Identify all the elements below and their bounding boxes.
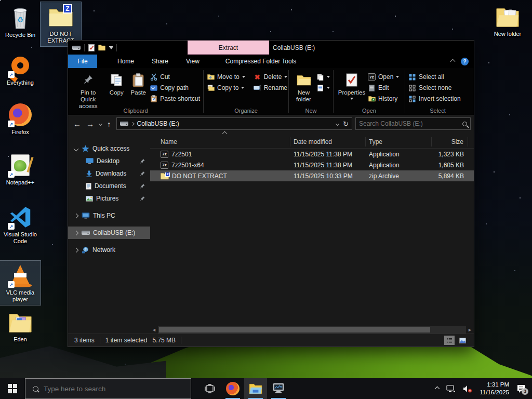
new-folder-qat-icon[interactable]: [98, 44, 105, 51]
clock[interactable]: 1:31 PM 11/16/2025: [480, 381, 509, 396]
column-header-size[interactable]: Size: [432, 137, 468, 147]
desktop-icon-recycle-bin[interactable]: ♻ Recycle Bin: [0, 3, 41, 41]
column-header-type[interactable]: Type: [366, 137, 432, 147]
back-button[interactable]: ←: [73, 119, 81, 128]
nav-item-documents[interactable]: Documents: [68, 180, 150, 192]
help-icon[interactable]: ?: [461, 58, 469, 65]
desktop-icon-vlc[interactable]: ↗ VLC media player: [0, 261, 41, 305]
collapse-ribbon-chevron-icon[interactable]: [450, 59, 456, 64]
expand-chevron-icon[interactable]: [73, 213, 78, 218]
tab-home[interactable]: Home: [109, 55, 143, 68]
pin-to-quick-access-button[interactable]: Pin to Quick access: [71, 71, 105, 111]
column-header-date-modified[interactable]: Date modified: [290, 137, 366, 147]
easy-access-button[interactable]: [316, 83, 330, 92]
explorer-search-input[interactable]: [359, 120, 462, 127]
column-header-name[interactable]: Name: [150, 137, 290, 147]
select-none-button[interactable]: Select none: [408, 83, 461, 92]
system-tray: 1:31 PM 11/16/2025 3: [435, 378, 532, 399]
select-all-button[interactable]: Select all: [408, 72, 461, 82]
move-to-button[interactable]: Move to: [207, 72, 245, 82]
copy-button[interactable]: Copy: [106, 71, 127, 97]
ribbon-group-clipboard: Pin to Quick access Copy Paste Cut Copy …: [68, 68, 203, 115]
downloads-nav-icon: [86, 170, 92, 177]
ribbon-group-organize: Move to Copy to ✖ Delete Rename Organize: [204, 68, 288, 115]
separator: [84, 44, 85, 51]
action-center-icon[interactable]: 3: [516, 384, 526, 393]
group-label-open: Open: [334, 108, 405, 114]
nav-item-desktop[interactable]: Desktop: [68, 155, 150, 167]
details-view-button[interactable]: [444, 336, 455, 345]
taskbar-task-manager-button[interactable]: [267, 378, 290, 399]
nav-item-pictures[interactable]: Pictures: [68, 192, 150, 205]
search-icon: [33, 386, 38, 392]
properties-button[interactable]: Properties: [337, 71, 367, 101]
tab-file[interactable]: File: [68, 55, 97, 68]
address-breadcrumb-bar[interactable]: CollabUSB (E:) ↻: [116, 117, 353, 130]
desktop-icon-everything[interactable]: ↗ Everything: [0, 51, 41, 88]
desktop-icon-vscode[interactable]: ↗ Visual Studio Code: [0, 203, 41, 247]
history-button[interactable]: History: [368, 94, 399, 103]
desktop-icon-new-folder[interactable]: New folder: [487, 2, 528, 39]
delete-button[interactable]: ✖ Delete: [254, 72, 288, 82]
horizontal-scrollbar[interactable]: ◄ ►: [150, 326, 474, 334]
expand-chevron-icon[interactable]: [73, 230, 78, 235]
recent-locations-chevron[interactable]: [99, 122, 102, 125]
address-dropdown-chevron[interactable]: [336, 122, 339, 125]
refresh-icon[interactable]: ↻: [343, 120, 349, 128]
everything-icon: ↗: [8, 53, 33, 78]
expand-chevron-icon[interactable]: [73, 247, 78, 252]
tab-share[interactable]: Share: [143, 55, 177, 68]
svg-text:♻: ♻: [17, 16, 24, 24]
customize-qat-chevron[interactable]: [109, 46, 113, 49]
taskbar-search-input[interactable]: [44, 385, 183, 393]
large-icons-view-button[interactable]: [457, 336, 468, 345]
network-tray-icon[interactable]: [446, 385, 456, 393]
properties-qat-icon[interactable]: [88, 44, 95, 51]
paste-button[interactable]: Paste: [128, 71, 149, 97]
desktop-icon-notepadpp[interactable]: ↗ Notepad++: [0, 151, 41, 188]
tab-compressed-folder-tools[interactable]: Compressed Folder Tools: [217, 55, 305, 68]
new-folder-button[interactable]: New folder: [292, 71, 315, 104]
history-icon: [368, 95, 376, 103]
tab-view[interactable]: View: [177, 55, 208, 68]
select-buttons: Select all Select none Invert selection: [408, 71, 461, 103]
documents-nav-icon: [86, 183, 91, 190]
nav-item-network[interactable]: Network: [68, 244, 150, 256]
scrollbar-thumb[interactable]: [159, 327, 430, 332]
taskbar-search-box[interactable]: [25, 378, 191, 399]
copy-to-button[interactable]: Copy to: [207, 83, 245, 92]
new-small-buttons: [316, 71, 330, 92]
up-button[interactable]: ↑: [107, 119, 111, 128]
scroll-left-arrow[interactable]: ◄: [150, 326, 158, 334]
taskbar-firefox-button[interactable]: [221, 378, 244, 399]
file-row-do-not-extract[interactable]: Z DO NOT EXTRACT 11/15/2025 10:33 PM zip…: [150, 170, 474, 181]
nav-item-collabusb[interactable]: CollabUSB (E:): [68, 227, 150, 239]
clock-date: 11/16/2025: [480, 389, 509, 396]
desktop-icon-eden[interactable]: Eden: [0, 308, 41, 345]
cut-button[interactable]: Cut: [150, 72, 200, 82]
volume-muted-icon[interactable]: [463, 385, 472, 393]
file-row-7z2501-x64[interactable]: 7z7z2501-x64 11/15/2025 11:38 PM Applica…: [150, 159, 474, 170]
start-button[interactable]: [0, 378, 25, 399]
edit-button[interactable]: Edit: [368, 83, 399, 92]
expand-chevron-icon[interactable]: [73, 146, 78, 151]
new-item-button[interactable]: [316, 72, 330, 82]
task-view-button[interactable]: [198, 378, 221, 399]
forward-button[interactable]: →: [86, 119, 94, 128]
explorer-search-box[interactable]: [355, 117, 471, 130]
scroll-right-arrow[interactable]: ►: [466, 326, 474, 334]
copy-path-button[interactable]: Copy path: [150, 83, 200, 92]
breadcrumb[interactable]: CollabUSB (E:): [137, 120, 179, 127]
invert-selection-button[interactable]: Invert selection: [408, 94, 461, 103]
hidden-icons-chevron[interactable]: [435, 386, 440, 391]
nav-item-quick-access[interactable]: Quick access: [68, 142, 150, 155]
paste-shortcut-button[interactable]: Paste shortcut: [150, 94, 200, 103]
context-tab-extract[interactable]: Extract: [188, 41, 269, 55]
taskbar-explorer-button[interactable]: [244, 378, 267, 399]
rename-button[interactable]: Rename: [254, 83, 288, 92]
nav-item-downloads[interactable]: Downloads: [68, 167, 150, 180]
open-button[interactable]: 7z Open: [368, 72, 399, 82]
file-row-7z2501[interactable]: 7z7z2501 11/15/2025 11:38 PM Application…: [150, 149, 474, 159]
desktop-icon-firefox[interactable]: ↗ Firefox: [0, 100, 41, 138]
nav-item-this-pc[interactable]: This PC: [68, 209, 150, 222]
